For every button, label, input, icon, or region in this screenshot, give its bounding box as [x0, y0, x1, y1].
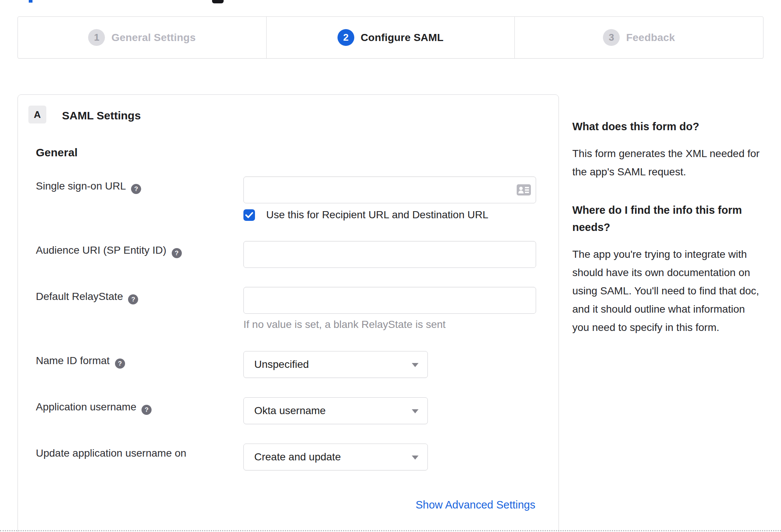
- relaystate-hint: If no value is set, a blank RelayState i…: [243, 319, 446, 331]
- step-configure-saml[interactable]: 2 Configure SAML: [266, 17, 515, 58]
- cutoff-blue-element: [29, 0, 32, 3]
- application-username-label: Application username?: [36, 401, 152, 415]
- sidebar-heading: What does this form do?: [572, 118, 765, 135]
- section-a-badge: A: [28, 106, 46, 123]
- step-label: General Settings: [111, 32, 196, 44]
- name-id-format-select[interactable]: Unspecified: [243, 351, 428, 378]
- help-icon[interactable]: ?: [141, 405, 152, 415]
- application-username-select[interactable]: Okta username: [243, 397, 428, 424]
- general-section-heading: General: [36, 146, 78, 159]
- help-sidebar: What does this form do? This form genera…: [572, 118, 765, 357]
- sidebar-heading: Where do I find the info this form needs…: [572, 201, 765, 236]
- sidebar-paragraph: This form generates the XML needed for t…: [572, 144, 765, 181]
- show-advanced-settings-link[interactable]: Show Advanced Settings: [416, 499, 535, 511]
- help-icon[interactable]: ?: [172, 248, 182, 258]
- select-value: Okta username: [254, 405, 326, 417]
- help-icon[interactable]: ?: [131, 184, 141, 194]
- chevron-down-icon: [412, 456, 418, 460]
- step-label: Configure SAML: [361, 32, 444, 44]
- step-general-settings[interactable]: 1 General Settings: [18, 17, 266, 58]
- help-icon[interactable]: ?: [115, 359, 125, 369]
- step-label: Feedback: [626, 32, 675, 44]
- saml-settings-panel: A SAML Settings General Single sign-on U…: [18, 94, 559, 532]
- wizard-stepper: 1 General Settings 2 Configure SAML 3 Fe…: [18, 16, 763, 59]
- checkmark-icon: [245, 212, 253, 218]
- step-feedback[interactable]: 3 Feedback: [514, 17, 763, 58]
- select-value: Create and update: [254, 451, 341, 463]
- single-sign-on-url-input[interactable]: [243, 176, 536, 203]
- audience-uri-input[interactable]: [243, 241, 536, 268]
- checkbox-label: Use this for Recipient URL and Destinati…: [266, 209, 488, 221]
- select-value: Unspecified: [254, 359, 309, 370]
- step-number-badge: 3: [603, 29, 620, 46]
- update-application-username-label: Update application username on: [36, 448, 186, 459]
- step-number-badge: 1: [88, 29, 105, 46]
- default-relaystate-input[interactable]: [243, 287, 536, 314]
- single-sign-on-url-label: Single sign-on URL?: [36, 181, 141, 194]
- chevron-down-icon: [412, 409, 418, 413]
- chevron-down-icon: [412, 363, 418, 367]
- panel-title: SAML Settings: [62, 109, 141, 122]
- cutoff-black-icon: [212, 0, 224, 3]
- name-id-format-label: Name ID format?: [36, 355, 125, 369]
- use-for-recipient-checkbox[interactable]: [243, 209, 255, 221]
- recipient-url-checkbox-row: Use this for Recipient URL and Destinati…: [243, 209, 488, 221]
- audience-uri-label: Audience URI (SP Entity ID)?: [36, 245, 182, 258]
- help-icon[interactable]: ?: [128, 294, 138, 304]
- sidebar-paragraph: The app you're trying to integrate with …: [572, 245, 765, 337]
- update-application-username-select[interactable]: Create and update: [243, 444, 428, 470]
- step-number-badge: 2: [337, 29, 354, 46]
- default-relaystate-label: Default RelayState?: [36, 291, 138, 304]
- dashed-section-divider: [0, 530, 781, 531]
